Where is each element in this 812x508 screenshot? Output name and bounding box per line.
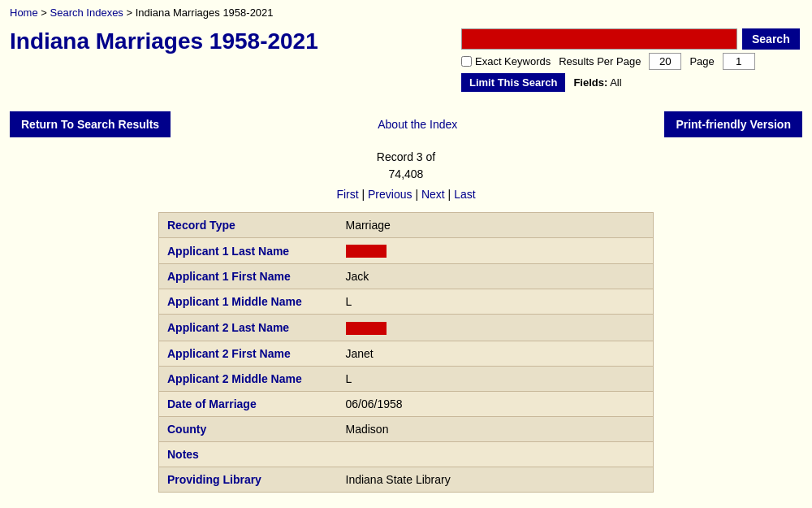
field-value: Marriage	[338, 213, 654, 238]
next-link[interactable]: Next	[421, 188, 445, 201]
breadcrumb-sep1: >	[41, 7, 47, 19]
field-value	[338, 441, 654, 467]
field-label: Date of Marriage	[159, 391, 338, 416]
field-label: Record Type	[159, 213, 338, 238]
table-row: Applicant 2 Middle NameL	[159, 366, 654, 391]
table-row: Applicant 2 First NameJanet	[159, 341, 654, 366]
last-link[interactable]: Last	[454, 188, 475, 201]
breadcrumb-current: Indiana Marriages 1958-2021	[136, 7, 274, 19]
page-label: Page	[689, 55, 714, 67]
record-info: Record 3 of 74,408	[0, 149, 812, 183]
print-button[interactable]: Print-friendly Version	[664, 111, 802, 137]
action-bar: Return To Search Results About the Index…	[0, 103, 812, 145]
field-value: Janet	[338, 341, 654, 366]
redacted-value	[346, 245, 387, 258]
limit-row: Limit This Search Fields: All	[461, 73, 802, 92]
results-per-page-label: Results Per Page	[559, 55, 641, 67]
field-value: L	[338, 366, 654, 391]
page-input[interactable]	[723, 53, 755, 70]
table-row: Record TypeMarriage	[159, 213, 654, 238]
limit-button[interactable]: Limit This Search	[461, 73, 565, 92]
search-panel: Search Exact Keywords Results Per Page P…	[461, 28, 802, 92]
exact-keywords-checkbox[interactable]	[461, 56, 472, 67]
search-button[interactable]: Search	[742, 28, 800, 50]
breadcrumb-home[interactable]: Home	[10, 7, 38, 19]
options-row: Exact Keywords Results Per Page Page	[461, 53, 802, 70]
field-value: Jack	[338, 264, 654, 289]
table-row: Providing LibraryIndiana State Library	[159, 467, 654, 492]
page-title: Indiana Marriages 1958-2021	[10, 28, 445, 54]
search-input[interactable]	[461, 28, 737, 50]
breadcrumb-sep2: >	[127, 7, 133, 19]
redacted-value	[346, 322, 387, 335]
field-label: Applicant 1 First Name	[159, 264, 338, 289]
table-row: Applicant 1 Last Name	[159, 238, 654, 264]
field-value	[338, 238, 654, 264]
table-row: Applicant 2 Last Name	[159, 315, 654, 341]
search-row: Search	[461, 28, 802, 50]
field-value	[338, 315, 654, 341]
about-link[interactable]: About the Index	[378, 118, 457, 131]
field-value: L	[338, 289, 654, 315]
field-value: Indiana State Library	[338, 467, 654, 492]
table-row: Applicant 1 Middle NameL	[159, 289, 654, 315]
record-count-line2: 74,408	[0, 166, 812, 183]
field-value: 06/06/1958	[338, 391, 654, 416]
field-label: County	[159, 416, 338, 441]
fields-label: Fields: All	[573, 76, 621, 89]
field-label: Providing Library	[159, 467, 338, 492]
field-label: Applicant 2 Last Name	[159, 315, 338, 341]
top-area: Indiana Marriages 1958-2021 Search Exact…	[0, 22, 812, 98]
field-label: Applicant 1 Middle Name	[159, 289, 338, 315]
table-row: CountyMadison	[159, 416, 654, 441]
field-label: Applicant 1 Last Name	[159, 238, 338, 264]
results-per-page-input[interactable]	[649, 53, 681, 70]
return-button[interactable]: Return To Search Results	[10, 111, 171, 137]
first-link[interactable]: First	[336, 188, 358, 201]
breadcrumb: Home > Search Indexes > Indiana Marriage…	[0, 0, 812, 22]
field-label: Applicant 2 First Name	[159, 341, 338, 366]
record-table: Record TypeMarriageApplicant 1 Last Name…	[158, 212, 654, 493]
table-row: Notes	[159, 441, 654, 467]
exact-keywords-label[interactable]: Exact Keywords	[461, 55, 551, 67]
breadcrumb-search-indexes[interactable]: Search Indexes	[50, 7, 123, 19]
table-row: Applicant 1 First NameJack	[159, 264, 654, 289]
field-label: Notes	[159, 441, 338, 467]
previous-link[interactable]: Previous	[368, 188, 412, 201]
field-label: Applicant 2 Middle Name	[159, 366, 338, 391]
field-value: Madison	[338, 416, 654, 441]
pagination: First | Previous | Next | Last	[0, 188, 812, 201]
record-count-line1: Record 3 of	[0, 149, 812, 166]
table-row: Date of Marriage06/06/1958	[159, 391, 654, 416]
